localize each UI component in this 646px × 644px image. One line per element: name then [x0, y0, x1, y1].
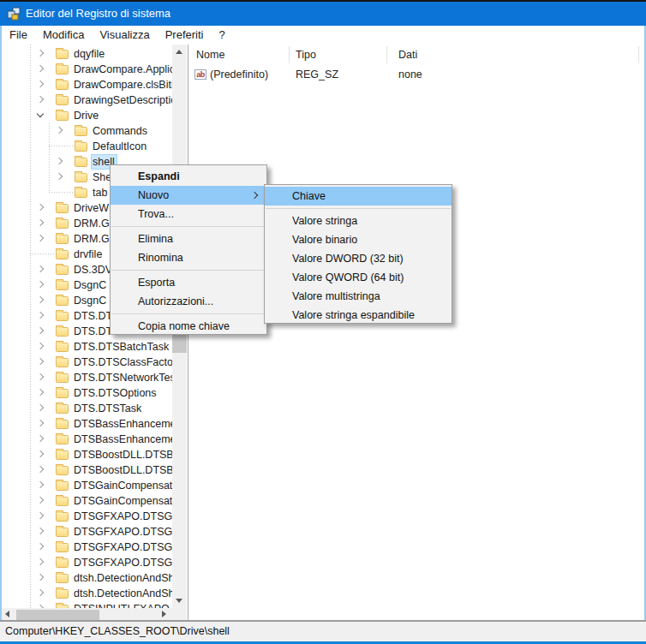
- expand-icon[interactable]: [37, 574, 44, 581]
- titlebar[interactable]: Editor del Registro di sistema: [0, 2, 646, 26]
- expand-icon[interactable]: [37, 543, 44, 550]
- submenu-item-valore-qword-64-bit[interactable]: Valore QWORD (64 bit): [265, 268, 452, 287]
- expand-icon[interactable]: [37, 219, 44, 226]
- context-menu-item-nuovo[interactable]: Nuovo: [111, 186, 266, 205]
- folder-icon: [56, 327, 69, 337]
- expand-icon[interactable]: [37, 558, 44, 565]
- expand-icon[interactable]: [37, 65, 44, 72]
- expand-icon[interactable]: [56, 158, 63, 164]
- horizontal-scroll-thumb[interactable]: [16, 610, 99, 620]
- context-menu-item-esporta[interactable]: Esporta: [111, 273, 266, 292]
- tree-item-dtsh-detectionandsha[interactable]: dtsh.DetectionAndSha: [1, 586, 172, 601]
- context-menu-item-copia-nome-chiave[interactable]: Copia nome chiave: [111, 317, 266, 336]
- submenu-item-valore-stringa-espandibile[interactable]: Valore stringa espandibile: [265, 306, 452, 325]
- tree-item-dts-dtsnetworktest[interactable]: DTS.DTSNetworkTest: [1, 370, 172, 385]
- tree-item-label: dtsh.DetectionAndSha: [72, 570, 172, 586]
- tree-item-dtsgfxapo-dtsgfx[interactable]: DTSGFXAPO.DTSGFX: [1, 509, 172, 524]
- expand-icon[interactable]: [37, 96, 44, 103]
- tree-item-dtsbassenhancement[interactable]: DTSBassEnhancement: [1, 416, 172, 432]
- tree-item-dts-dtsbatchtask[interactable]: DTS.DTSBatchTask: [1, 339, 172, 355]
- column-divider[interactable]: [638, 46, 639, 63]
- tree-item-commands[interactable]: Commands: [1, 123, 172, 139]
- expand-icon[interactable]: [37, 281, 44, 288]
- new-submenu: ChiaveValore stringaValore binarioValore…: [264, 184, 452, 324]
- scroll-down-button[interactable]: [172, 593, 187, 608]
- expand-icon[interactable]: [37, 389, 44, 396]
- menubar-item-visualizza[interactable]: Visualizza: [92, 26, 157, 45]
- folder-icon: [56, 312, 69, 321]
- folder-icon: [56, 373, 69, 383]
- expand-icon[interactable]: [37, 327, 44, 334]
- expand-icon[interactable]: [37, 435, 44, 442]
- expand-icon[interactable]: [37, 296, 44, 303]
- expand-icon[interactable]: [37, 312, 44, 319]
- tree-item-dtsgaincompensator[interactable]: DTSGainCompensator: [1, 493, 172, 509]
- tree-item-dtsboostdll-dtsboo[interactable]: DTSBoostDLL.DTSBoo: [1, 462, 172, 478]
- tree-item-dtsgfxapo-dtsgfx[interactable]: DTSGFXAPO.DTSGFX.: [1, 524, 172, 540]
- tree-item-dtsinputlfxapo-dt[interactable]: DTSINPUTLFXAPO.DT: [1, 601, 172, 608]
- expand-icon[interactable]: [37, 204, 44, 211]
- expand-icon[interactable]: [37, 420, 44, 426]
- expand-icon[interactable]: [37, 265, 44, 272]
- expand-icon[interactable]: [37, 450, 44, 457]
- tree-item-dts-dtstask[interactable]: DTS.DTSTask: [1, 401, 172, 416]
- tree-item-drawcompare-applic[interactable]: DrawCompare.Applic: [1, 62, 172, 77]
- submenu-item-chiave[interactable]: Chiave: [265, 187, 452, 206]
- expand-icon[interactable]: [37, 80, 44, 87]
- tree-item-dtsbassenhancement[interactable]: DTSBassEnhancement: [1, 432, 172, 447]
- column-header-nome[interactable]: Nome: [196, 45, 224, 65]
- tree-item-label: DsgnC: [72, 277, 109, 293]
- menubar-item-modifica[interactable]: Modifica: [35, 26, 92, 45]
- tree-item-drawcompare-clsbitm[interactable]: DrawCompare.clsBitm: [1, 77, 172, 92]
- expand-icon[interactable]: [56, 173, 63, 180]
- tree-item-dqyfile[interactable]: dqyfile: [1, 46, 172, 62]
- menubar-item-preferiti[interactable]: Preferiti: [158, 26, 212, 45]
- expand-icon[interactable]: [37, 512, 44, 519]
- expand-icon[interactable]: [37, 373, 44, 380]
- tree-item-drawingsetdescriptio[interactable]: DrawingSetDescriptio: [1, 92, 172, 108]
- expand-icon[interactable]: [37, 404, 44, 411]
- menubar-item-file[interactable]: File: [2, 26, 35, 45]
- tree-item-defaulticon[interactable]: DefaultIcon: [1, 139, 172, 154]
- submenu-item-valore-stringa[interactable]: Valore stringa: [265, 212, 452, 230]
- tree-item-dtsgfxapo-dtsgfxn[interactable]: DTSGFXAPO.DTSGFXN: [1, 555, 172, 570]
- tree-item-drive[interactable]: Drive: [1, 108, 172, 123]
- column-header-tipo[interactable]: Tipo: [296, 45, 316, 65]
- expand-icon[interactable]: [37, 466, 44, 473]
- tree-item-dtsgaincompensator[interactable]: DTSGainCompensator: [1, 478, 172, 493]
- expand-icon[interactable]: [37, 589, 44, 596]
- scroll-up-button[interactable]: [172, 45, 187, 59]
- expand-icon[interactable]: [37, 358, 44, 365]
- context-menu-item-autorizzazioni[interactable]: Autorizzazioni...: [111, 292, 266, 311]
- tree-item-dtsgfxapo-dtsgfxn[interactable]: DTSGFXAPO.DTSGFXN: [1, 540, 172, 555]
- expand-icon[interactable]: [37, 50, 44, 57]
- menu-item-label: Valore DWORD (32 bit): [292, 253, 404, 265]
- tree-item-dts-dtsclassfactory[interactable]: DTS.DTSClassFactory: [1, 355, 172, 370]
- tree-item-dtsh-detectionandsha[interactable]: dtsh.DetectionAndSha: [1, 570, 172, 586]
- tree-connector: [49, 146, 73, 146]
- context-menu-item-espandi[interactable]: Espandi: [111, 167, 266, 186]
- expand-icon[interactable]: [37, 528, 44, 534]
- submenu-item-valore-binario[interactable]: Valore binario: [265, 230, 452, 249]
- expand-icon[interactable]: [56, 127, 63, 134]
- expand-icon[interactable]: [37, 497, 44, 504]
- collapse-icon[interactable]: [37, 110, 44, 117]
- context-menu-item-rinomina[interactable]: Rinomina: [111, 248, 266, 267]
- folder-icon: [56, 389, 69, 398]
- down-arrow-icon: [176, 599, 182, 603]
- column-divider[interactable]: [289, 46, 290, 63]
- tree-item-dts-dtsoptions[interactable]: DTS.DTSOptions: [1, 385, 172, 401]
- expand-icon[interactable]: [37, 481, 44, 488]
- expand-icon[interactable]: [37, 235, 44, 242]
- tree-item-dtsboostdll-dtsboo[interactable]: DTSBoostDLL.DTSBoo: [1, 447, 172, 462]
- expand-icon[interactable]: [37, 343, 44, 349]
- context-menu-item-trova[interactable]: Trova...: [111, 205, 266, 224]
- submenu-item-valore-multistringa[interactable]: Valore multistringa: [265, 287, 452, 306]
- submenu-item-valore-dword-32-bit[interactable]: Valore DWORD (32 bit): [265, 249, 452, 268]
- context-menu-item-elimina[interactable]: Elimina: [111, 230, 266, 248]
- folder-icon: [56, 574, 69, 583]
- column-divider[interactable]: [386, 46, 387, 63]
- value-row-predefinito[interactable]: ab (Predefinito) REG_SZ none: [189, 67, 644, 82]
- column-header-dati[interactable]: Dati: [398, 45, 417, 65]
- menubar-item-help[interactable]: ?: [211, 26, 232, 45]
